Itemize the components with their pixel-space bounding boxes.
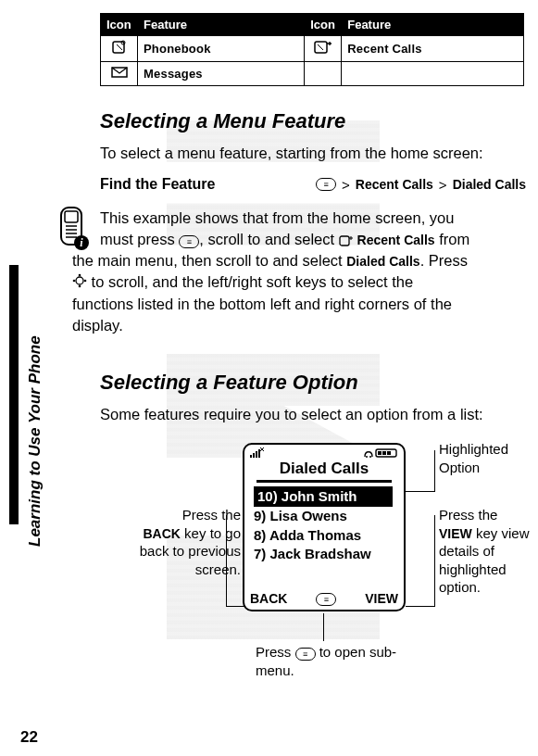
th-feature-1: Feature (138, 14, 305, 36)
gt-1: > (342, 177, 350, 193)
recent-calls-label: Recent Calls (342, 36, 524, 62)
dialed-list: 10) John Smith 9) Lisa Owens 8) Adda Tho… (254, 486, 398, 563)
leader-line (323, 613, 324, 641)
th-feature-2: Feature (342, 14, 524, 36)
page-number: 22 (20, 728, 38, 747)
svg-point-23 (369, 456, 371, 458)
messages-icon (101, 62, 138, 86)
dialed-calls-text: Dialed Calls (453, 177, 526, 192)
svg-point-17 (84, 280, 87, 283)
gt-2: > (439, 177, 447, 193)
messages-label: Messages (138, 62, 305, 86)
heading-selecting-menu-feature: Selecting a Menu Feature (100, 109, 345, 133)
svg-rect-19 (253, 453, 255, 458)
svg-rect-21 (258, 449, 260, 458)
p2-l2a: must press (100, 231, 179, 247)
p2-dialed: Dialed Calls (346, 254, 419, 269)
svg-rect-27 (387, 451, 391, 455)
th-icon-1: Icon (101, 14, 138, 36)
caption-highlighted-option: Highlighted Option (439, 440, 532, 476)
menu-key-icon-caption: ≡ (295, 648, 316, 661)
phone-screen-diagram: Dialed Calls 10) John Smith 9) Lisa Owen… (243, 443, 406, 611)
leader-line (434, 450, 435, 492)
caption-back: Press the BACK key to go back to previou… (139, 506, 241, 578)
caption-menu-key: Press ≡ to open sub-menu. (256, 643, 422, 679)
p2-l4: to scroll, and the left/right soft keys … (87, 273, 413, 290)
softkey-view[interactable]: VIEW (365, 591, 398, 606)
list-item[interactable]: 7) Jack Bradshaw (254, 546, 371, 561)
para-select-menu: To select a menu feature, starting from … (100, 143, 526, 163)
list-item[interactable]: 8) Adda Thomas (254, 527, 361, 543)
svg-point-14 (79, 274, 81, 277)
p2-l5: functions listed in the bottom left and … (72, 296, 452, 312)
para-example: This example shows that from the home sc… (100, 208, 526, 336)
heading-selecting-feature-option: Selecting a Feature Option (100, 371, 358, 395)
svg-rect-5 (65, 211, 78, 222)
recent-calls-text: Recent Calls (356, 177, 433, 192)
menu-key-icon-inline: ≡ (179, 235, 199, 248)
nav-key-icon (72, 273, 87, 294)
screen-title: Dialed Calls (244, 460, 404, 478)
svg-point-22 (366, 456, 368, 458)
signal-icon (250, 447, 270, 459)
p2-l3a: the main menu, then scroll to and select (72, 252, 346, 269)
caption-view: Press the VIEW key view details of highl… (439, 506, 538, 597)
find-the-feature-label: Find the Feature (100, 176, 215, 193)
p2-l6: display. (72, 317, 123, 334)
svg-rect-12 (340, 236, 349, 246)
softkey-menu-icon[interactable]: ≡ (316, 591, 336, 606)
phone-info-icon: i (54, 206, 94, 256)
empty-label-cell (342, 62, 524, 86)
side-tab (9, 265, 19, 524)
svg-rect-20 (256, 451, 257, 458)
svg-rect-26 (382, 451, 386, 455)
phonebook-label: Phonebook (138, 36, 305, 62)
svg-point-13 (76, 277, 83, 284)
feature-icon-table: Icon Feature Icon Feature Phonebook Rece… (100, 13, 524, 86)
p2-l2d: from (435, 231, 470, 247)
p2-l3c: . Press (420, 252, 468, 269)
svg-rect-18 (250, 455, 252, 458)
leader-line (406, 606, 435, 607)
list-item[interactable]: 9) Lisa Owens (254, 508, 347, 523)
recent-calls-icon-inline (339, 235, 354, 246)
svg-point-15 (79, 285, 81, 288)
leader-line (226, 606, 244, 607)
svg-rect-25 (378, 451, 382, 455)
recent-calls-icon (305, 36, 342, 62)
p2-recent: Recent Calls (354, 233, 435, 247)
menu-key-icon: ≡ (316, 178, 336, 191)
softkey-back[interactable]: BACK (250, 591, 287, 606)
phonebook-icon (101, 36, 138, 62)
svg-rect-0 (113, 42, 124, 53)
th-icon-2: Icon (305, 14, 342, 36)
list-item-highlighted[interactable]: 10) John Smith (254, 486, 393, 507)
status-right-icons (363, 447, 398, 459)
empty-icon-cell (305, 62, 342, 86)
p2-l2b: , scroll to and select (199, 231, 338, 247)
para-feature-option: Some features require you to select an o… (100, 404, 526, 424)
leader-line (434, 515, 435, 607)
svg-point-16 (73, 280, 76, 283)
p2-l1: This example shows that from the home sc… (100, 209, 454, 226)
find-the-feature-row: Find the Feature ≡ > Recent Calls > Dial… (100, 176, 526, 193)
section-title: Learning to Use Your Phone (26, 335, 44, 547)
